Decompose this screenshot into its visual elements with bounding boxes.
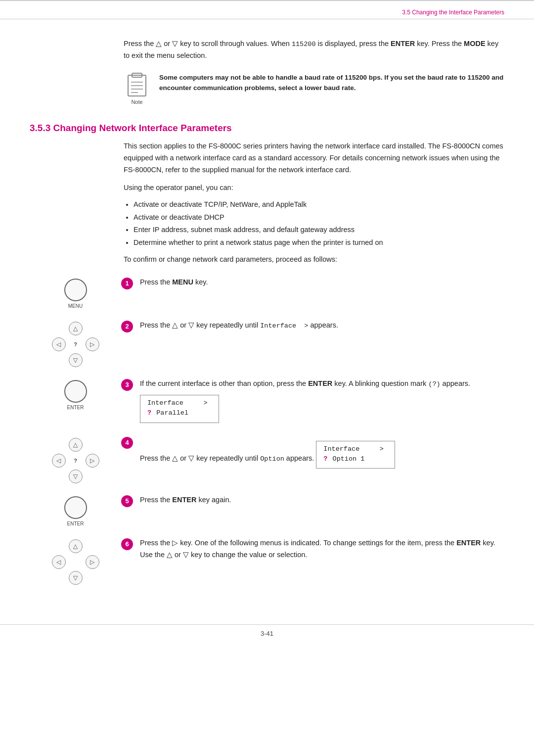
step-4-content: Press the △ or ▽ key repeatedly until Op… (140, 436, 504, 471)
step-2-icon: △ ◁ ? ▷ ▽ (30, 320, 121, 367)
step-3-content: If the current interface is other than o… (140, 378, 504, 425)
note-text: Some computers may not be able to handle… (159, 72, 504, 94)
step-3-icon: ENTER (30, 378, 121, 410)
step-3-number: 3 (121, 378, 140, 391)
list-item: Activate or deactivate TCP/IP, NetWare, … (134, 198, 504, 211)
page-bottom-rule (0, 624, 534, 625)
step-2-content: Press the △ or ▽ key repeatedly until In… (140, 320, 504, 331)
header-nav: 3.5 Changing the Interface Parameters (0, 0, 534, 19)
up-arrow-btn-6: △ (69, 539, 83, 553)
step-2-row: △ ◁ ? ▷ ▽ 2 Press the △ or ▽ key repeate… (30, 320, 504, 367)
blink-q-4: ? (323, 454, 327, 464)
list-item: Determine whether to print a network sta… (134, 236, 504, 249)
step-num-5: 5 (121, 495, 133, 507)
step-num-6: 6 (121, 538, 133, 550)
step-num-2: 2 (121, 321, 133, 332)
step-5-row: ENTER 5 Press the ENTER key again. (30, 494, 504, 526)
step-3-row: ENTER 3 If the current interface is othe… (30, 378, 504, 425)
arrow-panel-4: △ ◁ ? ▷ ▽ (51, 438, 100, 483)
up-arrow-btn-4: △ (69, 438, 83, 452)
up-arrow-btn: △ (69, 322, 83, 335)
body-text-2: Using the operator panel, you can: (124, 182, 504, 194)
down-arrow-btn: ▽ (69, 353, 83, 367)
list-item: Activate or deactivate DHCP (134, 211, 504, 224)
arrow-question-4: ? (74, 458, 77, 464)
down-arrow-btn-4: ▽ (69, 470, 83, 483)
right-arrow-btn-6: ▷ (86, 555, 99, 569)
lcd-display-3: Interface > ? Parallel (140, 395, 219, 423)
step-2-number: 2 (121, 320, 140, 332)
right-arrow-btn: ▷ (86, 337, 99, 351)
step-4-icon: △ ◁ ? ▷ ▽ (30, 436, 121, 483)
step-6-content: Press the ▷ key. One of the following me… (140, 537, 504, 561)
arrow-panel-2: △ ◁ ? ▷ ▽ (51, 322, 100, 367)
step-num-4: 4 (121, 437, 133, 449)
step-4-row: △ ◁ ? ▷ ▽ 4 Press the △ or ▽ key repeate… (30, 436, 504, 483)
down-arrow-btn-6: ▽ (69, 571, 83, 585)
section-number: 3.5.3 (30, 123, 50, 133)
step-6-number: 6 (121, 537, 140, 550)
top-border (0, 0, 534, 1)
section-title: Changing Network Interface Parameters (53, 123, 232, 133)
step-6-icon: △ ◁ ▷ ▽ (30, 537, 121, 585)
lcd-line-2-3: ? Parallel (147, 408, 212, 418)
arrow-question: ? (74, 341, 77, 347)
left-arrow-btn-4: ◁ (52, 454, 66, 468)
note-label: Note (131, 99, 142, 105)
content-area: Press the △ or ▽ key to scroll through v… (0, 19, 534, 605)
arrow-panel-6: △ ◁ ▷ ▽ (51, 539, 100, 585)
step-1-content: Press the MENU key. (140, 277, 504, 288)
lcd-line-1-4: Interface > (323, 444, 388, 454)
step-5-number: 5 (121, 494, 140, 507)
step-num-1: 1 (121, 278, 133, 289)
list-item: Enter IP address, subnet mask address, a… (134, 224, 504, 236)
step-5-content: Press the ENTER key again. (140, 494, 504, 506)
menu-label: MENU (68, 303, 83, 309)
left-arrow-btn-6: ◁ (52, 555, 66, 569)
intro-paragraph: Press the △ or ▽ key to scroll through v… (124, 38, 504, 61)
enter-button-panel-5: ENTER (64, 496, 87, 526)
lcd-line-1-3: Interface > (147, 398, 212, 408)
notepad-icon (126, 72, 148, 97)
body-text-3: To confirm or change network card parame… (124, 254, 504, 266)
bullet-list: Activate or deactivate TCP/IP, NetWare, … (134, 198, 504, 249)
step-4-number: 4 (121, 436, 140, 449)
lcd-line-2-4: ? Option 1 (323, 454, 388, 464)
step-5-icon: ENTER (30, 494, 121, 526)
right-arrow-btn-4: ▷ (86, 454, 99, 468)
enter-label-3: ENTER (67, 405, 84, 410)
note-box: Note Some computers may not be able to h… (124, 72, 504, 105)
enter-label-5: ENTER (67, 521, 84, 526)
step-6-row: △ ◁ ▷ ▽ 6 Press the ▷ key. One of the fo… (30, 537, 504, 585)
blink-q-3: ? (147, 408, 151, 418)
step-1-icon: MENU (30, 277, 121, 309)
page-number: 3-41 (0, 630, 534, 642)
enter-button-panel-3: ENTER (64, 380, 87, 410)
menu-circle (64, 279, 87, 301)
section-nav-text: 3.5 Changing the Interface Parameters (402, 9, 504, 16)
body-text-1: This section applies to the FS-8000C ser… (124, 141, 504, 176)
step-1-row: MENU 1 Press the MENU key. (30, 277, 504, 309)
menu-button-panel: MENU (64, 279, 87, 309)
left-arrow-btn: ◁ (52, 337, 66, 351)
section-heading: 3.5.3 Changing Network Interface Paramet… (30, 123, 504, 134)
step-1-number: 1 (121, 277, 140, 289)
step-num-3: 3 (121, 379, 133, 391)
enter-circle-5 (64, 496, 87, 519)
note-icon: Note (124, 72, 150, 105)
lcd-display-4: Interface > ? Option 1 (316, 441, 395, 469)
enter-circle-3 (64, 380, 87, 403)
